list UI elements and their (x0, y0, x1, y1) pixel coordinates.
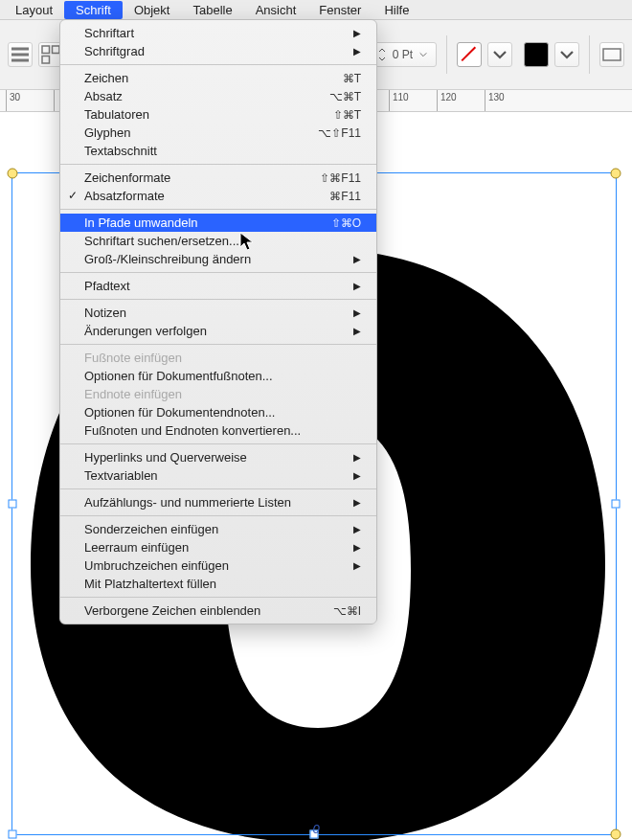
menu-item-ansicht[interactable]: Ansicht (244, 1, 308, 19)
menu-item-label: Verborgene Zeichen einblenden (84, 603, 322, 618)
menu-item[interactable]: Änderungen verfolgen▶ (60, 322, 376, 340)
menu-item-label: Änderungen verfolgen (84, 324, 346, 338)
svg-rect-0 (11, 48, 29, 51)
selection-handle-br[interactable] (611, 829, 621, 840)
menu-item-label: Zeichenformate (84, 170, 308, 185)
menu-item[interactable]: Tabulatoren⇧⌘T (60, 105, 376, 124)
menu-item-fenster[interactable]: Fenster (307, 1, 372, 19)
menu-item[interactable]: Pfadtext▶ (60, 277, 376, 295)
menu-item[interactable]: Optionen für Dokumentfußnoten... (60, 367, 376, 385)
menu-separator (60, 515, 376, 516)
chevron-down-icon (418, 50, 428, 59)
menu-item-label: Pfadtext (84, 279, 346, 293)
stroke-weight-field[interactable]: 0 Pt (369, 42, 437, 67)
menu-item[interactable]: Aufzählungs- und nummerierte Listen▶ (60, 493, 376, 511)
menu-item-label: Absatzformate (84, 189, 318, 203)
schrift-menu: Schriftart▶Schriftgrad▶Zeichen⌘TAbsatz⌥⌘… (59, 19, 377, 624)
frame-icon (600, 43, 623, 66)
submenu-arrow-icon: ▶ (353, 46, 361, 57)
menu-item-schrift[interactable]: Schrift (64, 1, 123, 19)
menu-item-shortcut: ⇧⌘F11 (308, 171, 361, 185)
menu-item-label: Schriftart suchen/ersetzen... (84, 234, 361, 248)
selection-handle-l[interactable] (9, 500, 17, 509)
menu-item-label: Sonderzeichen einfügen (84, 522, 346, 536)
menu-item-label: Tabulatoren (84, 107, 322, 122)
submenu-arrow-icon: ▶ (353, 281, 361, 291)
menu-separator (60, 164, 376, 165)
menu-item-shortcut: ⌘T (331, 72, 361, 85)
toolbar-button-frame[interactable] (599, 42, 624, 67)
menu-item[interactable]: Absatz⌥⌘T (60, 87, 376, 105)
toolbar-separator (446, 35, 447, 74)
menu-item-label: Hyperlinks und Querverweise (84, 450, 346, 465)
menu-item[interactable]: Zeichen⌘T (60, 69, 376, 87)
svg-rect-5 (42, 57, 50, 64)
menu-item[interactable]: Fußnoten und Endnoten konvertieren... (60, 421, 376, 440)
stroke-none-swatch[interactable] (457, 42, 482, 67)
menu-separator (60, 488, 376, 489)
menu-item-shortcut: ⌥⇧F11 (306, 126, 361, 140)
menu-item-label: Zeichen (84, 71, 331, 85)
menu-item-shortcut: ⌘F11 (318, 190, 361, 203)
menu-separator (60, 299, 376, 300)
menu-item: Fußnote einfügen (60, 349, 376, 367)
menu-item[interactable]: Leerraum einfügen▶ (60, 538, 376, 556)
menu-item-label: Umbruchzeichen einfügen (84, 558, 346, 573)
submenu-arrow-icon: ▶ (353, 497, 361, 508)
selection-handle-bl[interactable] (9, 830, 17, 839)
selection-handle-tl[interactable] (8, 169, 18, 179)
menu-item[interactable]: Hyperlinks und Querverweise▶ (60, 448, 376, 466)
menu-item-label: Aufzählungs- und nummerierte Listen (84, 495, 346, 510)
menu-item[interactable]: Groß-/Kleinschreibung ändern▶ (60, 250, 376, 268)
menu-item-label: Fußnote einfügen (84, 351, 361, 365)
ruler-tick: 110 (389, 90, 437, 111)
menu-item-layout[interactable]: Layout (4, 1, 64, 19)
menu-item[interactable]: Notizen▶ (60, 304, 376, 322)
menu-item[interactable]: Glyphen⌥⇧F11 (60, 124, 376, 142)
menu-item[interactable]: Optionen für Dokumentendnoten... (60, 403, 376, 421)
menu-item[interactable]: Zeichenformate⇧⌘F11 (60, 169, 376, 187)
submenu-arrow-icon: ▶ (353, 326, 361, 336)
dropdown-toggle[interactable] (554, 42, 579, 67)
menu-item[interactable]: In Pfade umwandeln⇧⌘O (60, 214, 376, 232)
menu-item-tabelle[interactable]: Tabelle (181, 1, 243, 19)
toolbar-separator (589, 35, 590, 74)
svg-rect-2 (11, 59, 29, 62)
menu-separator (60, 344, 376, 345)
selection-handle-tr[interactable] (611, 169, 621, 179)
menu-item[interactable]: Textabschnitt (60, 142, 376, 160)
menu-item-label: Fußnoten und Endnoten konvertieren... (84, 423, 361, 438)
color-swatch-black[interactable] (524, 42, 549, 67)
svg-rect-1 (11, 54, 29, 57)
chevron-down-icon (488, 43, 511, 66)
selection-handle-r[interactable] (612, 500, 621, 509)
toolbar-button-generic[interactable] (8, 42, 33, 67)
submenu-arrow-icon: ▶ (353, 28, 361, 38)
menu-separator (60, 64, 376, 65)
menu-item[interactable]: ✓Absatzformate⌘F11 (60, 187, 376, 205)
dropdown-toggle[interactable] (487, 42, 512, 67)
chevron-down-icon (555, 43, 578, 66)
menu-item[interactable]: Schriftart▶ (60, 24, 376, 42)
menu-item-label: Textvariablen (84, 468, 346, 483)
menu-item-label: Notizen (84, 306, 346, 320)
menu-item[interactable]: Umbruchzeichen einfügen▶ (60, 556, 376, 575)
menu-item-shortcut: ⌥⌘I (322, 604, 361, 618)
ruler-tick: 30 (6, 90, 54, 111)
menu-item-label: Endnote einfügen (84, 387, 361, 401)
menu-item[interactable]: Schriftart suchen/ersetzen... (60, 232, 376, 250)
menu-item[interactable]: Verborgene Zeichen einblenden⌥⌘I (60, 602, 376, 620)
menu-item-hilfe[interactable]: Hilfe (372, 1, 420, 19)
menu-item[interactable]: Mit Platzhaltertext füllen (60, 575, 376, 593)
menu-separator (60, 443, 376, 444)
menu-item[interactable]: Schriftgrad▶ (60, 42, 376, 60)
menu-item[interactable]: Textvariablen▶ (60, 466, 376, 485)
app-root: LayoutSchriftObjektTabelleAnsichtFenster… (0, 0, 632, 840)
menu-item-label: Schriftgrad (84, 44, 346, 58)
stroke-weight-value: 0 Pt (393, 48, 413, 61)
menu-item[interactable]: Sonderzeichen einfügen▶ (60, 520, 376, 538)
menu-item-objekt[interactable]: Objekt (123, 1, 182, 19)
menu-item-label: Leerraum einfügen (84, 540, 346, 555)
menu-item-label: Glyphen (84, 125, 306, 140)
menu-item-label: Absatz (84, 89, 318, 103)
